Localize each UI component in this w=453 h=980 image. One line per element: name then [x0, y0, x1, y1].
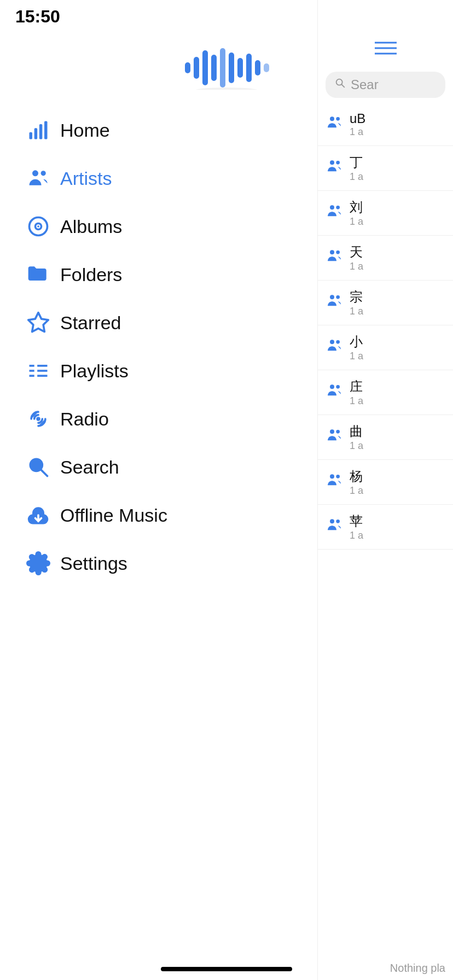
artist-info: 天 1 a	[350, 243, 445, 272]
artist-info: 宗 1 a	[350, 288, 445, 317]
artist-item[interactable]: 小 1 a	[318, 325, 453, 370]
artist-list: uB 1 a 丁 1 a 刘	[318, 103, 453, 956]
artist-sub: 1 a	[350, 440, 445, 452]
svg-point-45	[330, 295, 334, 299]
offline-icon	[22, 503, 55, 527]
svg-point-53	[330, 474, 334, 479]
artist-icon	[326, 382, 343, 403]
artist-item[interactable]: 丁 1 a	[318, 146, 453, 191]
svg-rect-1	[194, 57, 199, 79]
artist-item[interactable]: 苹 1 a	[318, 505, 453, 550]
artist-icon	[326, 427, 343, 448]
artist-item[interactable]: 天 1 a	[318, 236, 453, 281]
artist-item[interactable]: 庄 1 a	[318, 370, 453, 415]
svg-rect-9	[264, 63, 269, 72]
artist-name: 苹	[350, 512, 445, 530]
artist-icon	[326, 471, 343, 493]
artist-info: 刘 1 a	[350, 199, 445, 228]
svg-point-19	[37, 225, 39, 228]
search-nav-icon	[22, 455, 55, 479]
right-panel-header	[318, 0, 453, 72]
artist-item[interactable]: 杨 1 a	[318, 460, 453, 505]
artist-icon	[326, 292, 343, 313]
artist-name: 庄	[350, 378, 445, 395]
svg-point-39	[330, 160, 334, 165]
svg-point-48	[336, 340, 340, 344]
artist-name: 曲	[350, 423, 445, 440]
artist-sub: 1 a	[350, 351, 445, 362]
starred-icon	[22, 311, 55, 335]
svg-rect-8	[255, 60, 260, 75]
svg-point-50	[336, 385, 340, 389]
artist-item[interactable]: 刘 1 a	[318, 191, 453, 236]
artist-name: 刘	[350, 199, 445, 216]
artist-sub: 1 a	[350, 485, 445, 497]
artist-info: 小 1 a	[350, 333, 445, 362]
svg-point-37	[330, 116, 334, 121]
artist-icon	[326, 337, 343, 358]
artist-item[interactable]: 宗 1 a	[318, 281, 453, 325]
svg-point-49	[330, 384, 334, 389]
svg-rect-0	[185, 62, 190, 73]
svg-rect-13	[39, 124, 43, 139]
artist-name: 小	[350, 333, 445, 351]
artist-name: 杨	[350, 468, 445, 485]
svg-marker-20	[28, 313, 49, 332]
artist-name: 宗	[350, 288, 445, 306]
right-panel: Sear uB 1 a 丁 1 a	[317, 0, 453, 980]
artist-sub: 1 a	[350, 306, 445, 317]
svg-rect-6	[237, 58, 243, 78]
albums-icon	[22, 214, 55, 238]
settings-icon	[22, 551, 55, 575]
svg-point-54	[336, 475, 340, 479]
svg-point-42	[336, 206, 340, 209]
artists-icon	[22, 166, 55, 190]
radio-icon	[22, 407, 55, 431]
artist-sub: 1 a	[350, 126, 445, 138]
svg-line-36	[341, 84, 344, 87]
svg-point-43	[330, 250, 334, 254]
hamburger-icon[interactable]	[375, 39, 397, 61]
artist-item[interactable]: uB 1 a	[318, 103, 453, 146]
right-search-icon	[334, 77, 346, 92]
svg-rect-3	[211, 55, 217, 81]
artist-name: 天	[350, 243, 445, 261]
artist-info: 庄 1 a	[350, 378, 445, 407]
svg-point-41	[330, 205, 334, 209]
svg-rect-2	[202, 50, 208, 85]
artist-icon	[326, 158, 343, 179]
artist-sub: 1 a	[350, 216, 445, 228]
artist-item[interactable]: 曲 1 a	[318, 415, 453, 460]
home-indicator	[161, 967, 292, 971]
svg-point-40	[336, 161, 340, 165]
right-search-placeholder: Sear	[351, 77, 379, 92]
artist-info: 曲 1 a	[350, 423, 445, 452]
home-icon	[22, 118, 55, 142]
artist-info: 苹 1 a	[350, 512, 445, 541]
artist-info: 丁 1 a	[350, 154, 445, 183]
svg-point-51	[330, 429, 334, 434]
svg-point-10	[194, 88, 259, 90]
svg-rect-14	[44, 121, 48, 139]
artist-name: uB	[350, 111, 445, 126]
svg-point-16	[41, 171, 46, 176]
status-time: 15:50	[15, 7, 60, 27]
artist-icon	[326, 247, 343, 269]
svg-point-56	[336, 520, 340, 523]
waveform-logo	[183, 46, 270, 90]
svg-point-52	[336, 430, 340, 434]
artist-sub: 1 a	[350, 395, 445, 407]
right-search-bar[interactable]: Sear	[326, 72, 445, 98]
artist-sub: 1 a	[350, 530, 445, 541]
svg-rect-4	[220, 48, 225, 88]
artist-icon	[326, 516, 343, 538]
svg-point-15	[32, 170, 38, 176]
svg-point-46	[336, 295, 340, 299]
svg-rect-12	[34, 128, 37, 139]
artist-sub: 1 a	[350, 261, 445, 272]
svg-point-44	[336, 250, 340, 254]
svg-rect-7	[246, 54, 252, 82]
svg-point-27	[36, 417, 40, 421]
artist-info: uB 1 a	[350, 111, 445, 138]
artist-sub: 1 a	[350, 171, 445, 183]
